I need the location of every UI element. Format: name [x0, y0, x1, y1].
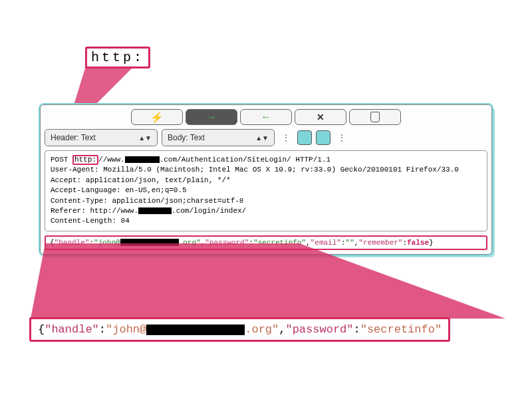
json-str: .org": [179, 239, 201, 247]
request-headers-box: POST http://www..com/Authentication/Site…: [45, 150, 487, 231]
json-str: "": [346, 239, 354, 247]
json-key: "password": [285, 323, 353, 336]
json-str: "john@: [94, 239, 120, 247]
request-body-box: {"handle":"john@.org","password":"secret…: [45, 235, 487, 250]
bolt-icon: ⚡: [150, 111, 164, 124]
chevron-updown-icon: ▲▼: [138, 134, 152, 142]
json-str: "secretinfo": [253, 239, 306, 247]
body-format-select[interactable]: Body: Text ▲▼: [162, 129, 275, 146]
scroll-button[interactable]: [349, 109, 401, 125]
callout-http-text: http:: [91, 50, 144, 65]
redacted-domain: [125, 156, 160, 163]
svg-marker-1: [31, 243, 505, 319]
callout-body: {"handle":"john@.org","password":"secret…: [29, 317, 450, 342]
close-button[interactable]: ✕: [295, 109, 346, 125]
json-key: "handle": [55, 239, 90, 247]
json-brace: }: [429, 239, 434, 247]
header-accept: Accept: application/json, text/plain, */…: [51, 176, 231, 184]
header-format-select[interactable]: Header: Text ▲▼: [45, 129, 158, 146]
back-button[interactable]: ←: [240, 109, 292, 125]
header-clen: Content-Length: 84: [51, 217, 130, 225]
color-swatch-2[interactable]: [316, 130, 331, 145]
chevron-updown-icon: ▲▼: [255, 134, 269, 142]
toolbar: ⚡ → ← ✕: [45, 109, 487, 125]
request-method: POST: [51, 156, 68, 164]
json-key: "handle": [45, 323, 99, 336]
arrow-right-icon: →: [206, 111, 217, 123]
bolt-button[interactable]: ⚡: [131, 109, 183, 125]
scroll-icon: [370, 112, 380, 122]
forward-button[interactable]: →: [186, 109, 237, 125]
callout-http: http:: [85, 47, 150, 68]
dots-separator-icon: ⋮: [334, 132, 349, 143]
header-ctype: Content-Type: application/json;charset=u…: [51, 197, 243, 205]
select-label: Header: Text: [51, 133, 96, 142]
redacted-email-domain: [146, 325, 245, 335]
http-scheme-highlight: http:: [72, 155, 98, 165]
close-icon: ✕: [317, 112, 325, 122]
header-accept-lang: Accept-Language: en-US,en;q=0.5: [51, 186, 187, 194]
url-pre: //www.: [98, 156, 125, 164]
json-false: false: [407, 239, 429, 247]
json-str: .org": [245, 323, 279, 336]
json-key: "remember": [358, 239, 402, 247]
redacted-email-domain: [120, 239, 179, 246]
json-brace: {: [50, 239, 55, 247]
json-key: "email": [311, 239, 341, 247]
json-str: "john@: [106, 323, 146, 336]
header-referer-pre: Referer: http://www.: [51, 207, 138, 215]
select-label: Body: Text: [168, 133, 205, 142]
dots-separator-icon: ⋮: [279, 132, 293, 143]
arrow-left-icon: ←: [261, 111, 271, 123]
svg-marker-0: [73, 64, 136, 107]
color-swatch-1[interactable]: [297, 130, 312, 145]
header-ua: User-Agent: Mozilla/5.0 (Macintosh; Inte…: [51, 166, 459, 174]
controls-row: Header: Text ▲▼ Body: Text ▲▼ ⋮ ⋮: [45, 129, 487, 146]
header-referer-post: .com/login/index/: [172, 207, 246, 215]
json-brace: {: [38, 323, 45, 336]
inspector-window: ⚡ → ← ✕ Header: Text ▲▼ Body: Text ▲▼ ⋮ …: [40, 104, 492, 255]
json-key: "password": [205, 239, 249, 247]
json-str: "secretinfo": [360, 323, 442, 336]
redacted-domain: [138, 207, 172, 214]
url-post: .com/Authentication/SiteLogin/ HTTP/1.1: [160, 156, 331, 164]
